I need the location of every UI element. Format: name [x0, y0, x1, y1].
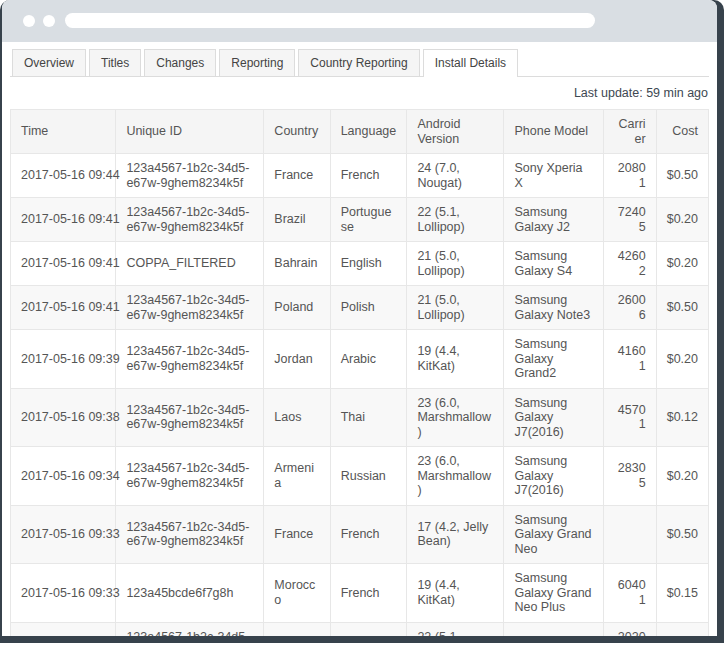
column-header-android-version: Android Version — [407, 110, 504, 154]
cell-unique-id: 123a4567-1b2c-34d5-e67w-9ghem8234k5f — [116, 505, 264, 564]
cell-language: Russian — [330, 447, 407, 506]
cell-android-version: 17 (4.2, Jelly Bean) — [407, 505, 504, 564]
cell-carrier: 20201 — [603, 622, 656, 636]
cell-carrier: 60401 — [603, 564, 656, 623]
cell-cost: $0.20 — [656, 622, 708, 636]
table-row: 2017-05-16 09:38123a4567-1b2c-34d5-e67w-… — [11, 388, 709, 447]
cell-country: France — [264, 505, 330, 564]
cell-language: Polish — [330, 286, 407, 330]
cell-unique-id: 123a4567-1b2c-34d5-e67w-9ghem8234k5f — [116, 154, 264, 198]
cell-android-version: 21 (5.0, Lollipop) — [407, 286, 504, 330]
cell-time: 2017-05-16 09:38 — [11, 388, 116, 447]
install-details-table: TimeUnique IDCountryLanguageAndroid Vers… — [10, 109, 709, 636]
tab-country-reporting[interactable]: Country Reporting — [298, 49, 419, 76]
window-button-icon[interactable] — [43, 15, 55, 27]
cell-cost: $0.20 — [656, 198, 708, 242]
cell-time: 2017-05-16 09:34 — [11, 447, 116, 506]
last-update-text: Last update: 59 min ago — [10, 86, 709, 100]
cell-time: 2017-05-16 09:44 — [11, 154, 116, 198]
cell-country: Morocco — [264, 564, 330, 623]
cell-unique-id: 123a4567-1b2c-34d5-e67w-9ghem8234k5f — [116, 622, 264, 636]
cell-unique-id: 123a4567-1b2c-34d5-e67w-9ghem8234k5f — [116, 286, 264, 330]
cell-cost: $0.50 — [656, 286, 708, 330]
cell-time: 2017-05-16 09:41 — [11, 286, 116, 330]
cell-phone-model: Samsung Galaxy J7(2016) — [504, 388, 603, 447]
cell-cost: $0.20 — [656, 330, 708, 389]
tab-changes[interactable]: Changes — [144, 49, 216, 76]
cell-time: 2017-05-16 09:41 — [11, 198, 116, 242]
cell-country: Poland — [264, 286, 330, 330]
cell-time: 2017-05-16 09:41 — [11, 242, 116, 286]
table-row: 2017-05-16 09:33123a45bcde6f7g8hMoroccoF… — [11, 564, 709, 623]
table-row: 2017-05-16 09:41123a4567-1b2c-34d5-e67w-… — [11, 286, 709, 330]
table-row: 2017-05-16 09:41123a4567-1b2c-34d5-e67w-… — [11, 198, 709, 242]
cell-unique-id: 123a4567-1b2c-34d5-e67w-9ghem8234k5f — [116, 447, 264, 506]
cell-phone-model: Samsung Galaxy Grand Neo Plus — [504, 564, 603, 623]
cell-android-version: 19 (4.4, KitKat) — [407, 330, 504, 389]
cell-android-version: 21 (5.0, Lollipop) — [407, 242, 504, 286]
cell-carrier: 20801 — [603, 154, 656, 198]
cell-country: Jordan — [264, 330, 330, 389]
cell-cost: $0.50 — [656, 505, 708, 564]
tab-install-details[interactable]: Install Details — [423, 49, 518, 77]
browser-window-frame: OverviewTitlesChangesReportingCountry Re… — [0, 0, 724, 643]
tab-titles[interactable]: Titles — [89, 49, 141, 76]
address-bar[interactable] — [65, 13, 595, 28]
tab-bar: OverviewTitlesChangesReportingCountry Re… — [10, 49, 709, 77]
cell-phone-model: iQ1502a — [504, 622, 603, 636]
cell-phone-model: Sony Xperia X — [504, 154, 603, 198]
cell-phone-model: Samsung Galaxy Grand Neo — [504, 505, 603, 564]
table-row: 2017-05-16 09:44123a4567-1b2c-34d5-e67w-… — [11, 154, 709, 198]
browser-chrome-bar — [2, 0, 717, 42]
window-button-icon[interactable] — [23, 15, 35, 27]
cell-phone-model: Samsung Galaxy Grand2 — [504, 330, 603, 389]
cell-phone-model: Samsung Galaxy J7(2016) — [504, 447, 603, 506]
browser-window: OverviewTitlesChangesReportingCountry Re… — [2, 0, 717, 636]
cell-phone-model: Samsung Galaxy Note3 — [504, 286, 603, 330]
cell-phone-model: Samsung Galaxy S4 — [504, 242, 603, 286]
cell-country: Brazil — [264, 198, 330, 242]
cell-unique-id: 123a45bcde6f7g8h — [116, 564, 264, 623]
cell-unique-id: 123a4567-1b2c-34d5-e67w-9ghem8234k5f — [116, 388, 264, 447]
cell-android-version: 24 (7.0, Nougat) — [407, 154, 504, 198]
cell-carrier: 28305 — [603, 447, 656, 506]
cell-carrier: 42602 — [603, 242, 656, 286]
table-row: 2017-05-16 09:41COPPA_FILTEREDBahrainEng… — [11, 242, 709, 286]
column-header-time: Time — [11, 110, 116, 154]
cell-unique-id: 123a4567-1b2c-34d5-e67w-9ghem8234k5f — [116, 198, 264, 242]
table-row: 2017-05-16 09:34123a4567-1b2c-34d5-e67w-… — [11, 447, 709, 506]
cell-language: Arabic — [330, 330, 407, 389]
cell-carrier: 26006 — [603, 286, 656, 330]
column-header-phone-model: Phone Model — [504, 110, 603, 154]
cell-language: French — [330, 564, 407, 623]
tab-reporting[interactable]: Reporting — [219, 49, 295, 76]
cell-country: Bahrain — [264, 242, 330, 286]
cell-unique-id: 123a4567-1b2c-34d5-e67w-9ghem8234k5f — [116, 330, 264, 389]
table-row: 2017-05-16 09:39123a4567-1b2c-34d5-e67w-… — [11, 330, 709, 389]
cell-country: Laos — [264, 388, 330, 447]
table-header-row: TimeUnique IDCountryLanguageAndroid Vers… — [11, 110, 709, 154]
cell-carrier: 45701 — [603, 388, 656, 447]
column-header-unique-id: Unique ID — [116, 110, 264, 154]
cell-country: France — [264, 154, 330, 198]
cell-language: English — [330, 242, 407, 286]
cell-android-version: 22 (5.1, Lollipop) — [407, 622, 504, 636]
cell-time: 2017-05-16 09:32 — [11, 622, 116, 636]
column-header-carrier: Carrier — [603, 110, 656, 154]
cell-country: Armenia — [264, 447, 330, 506]
cell-android-version: 23 (6.0, Marshmallow) — [407, 447, 504, 506]
column-header-language: Language — [330, 110, 407, 154]
cell-cost: $0.15 — [656, 564, 708, 623]
cell-phone-model: Samsung Galaxy J2 — [504, 198, 603, 242]
cell-unique-id: COPPA_FILTERED — [116, 242, 264, 286]
cell-android-version: 22 (5.1, Lollipop) — [407, 198, 504, 242]
dashboard-content: OverviewTitlesChangesReportingCountry Re… — [2, 49, 717, 636]
cell-cost: $0.50 — [656, 154, 708, 198]
table-row: 2017-05-16 09:33123a4567-1b2c-34d5-e67w-… — [11, 505, 709, 564]
tab-overview[interactable]: Overview — [12, 49, 86, 76]
cell-time: 2017-05-16 09:33 — [11, 564, 116, 623]
cell-carrier — [603, 505, 656, 564]
cell-time: 2017-05-16 09:39 — [11, 330, 116, 389]
cell-cost: $0.12 — [656, 388, 708, 447]
cell-cost: $0.20 — [656, 447, 708, 506]
